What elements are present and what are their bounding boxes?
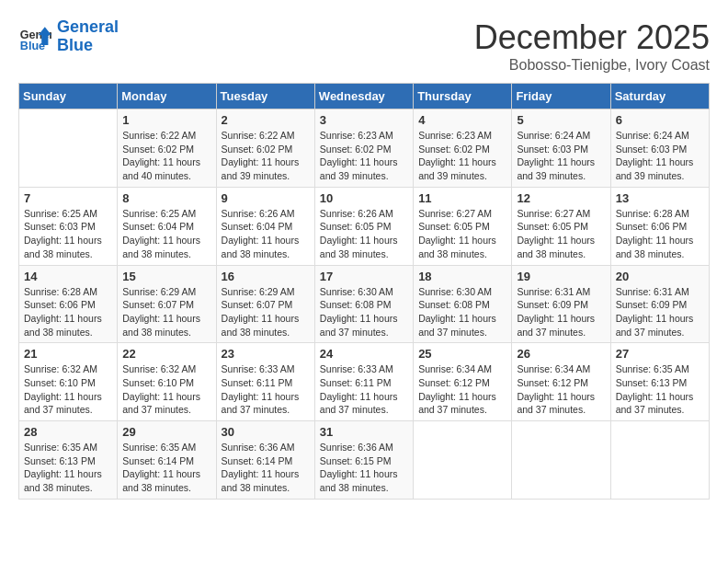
day-number: 17 [320,270,408,283]
day-number: 22 [122,347,210,361]
day-info: Sunrise: 6:35 AM Sunset: 6:13 PM Dayligh… [616,362,704,417]
calendar-cell: 24Sunrise: 6:33 AM Sunset: 6:11 PM Dayli… [314,343,413,421]
weekday-header: Tuesday [216,84,314,109]
calendar-cell: 12Sunrise: 6:27 AM Sunset: 6:05 PM Dayli… [512,187,610,265]
day-info: Sunrise: 6:33 AM Sunset: 6:11 PM Dayligh… [320,362,408,417]
day-info: Sunrise: 6:27 AM Sunset: 6:05 PM Dayligh… [418,207,506,261]
calendar-cell: 17Sunrise: 6:30 AM Sunset: 6:08 PM Dayli… [314,265,413,343]
day-info: Sunrise: 6:24 AM Sunset: 6:03 PM Dayligh… [517,129,605,183]
day-number: 25 [418,347,506,361]
weekday-header: Monday [118,84,216,109]
calendar-cell: 15Sunrise: 6:29 AM Sunset: 6:07 PM Dayli… [118,265,216,343]
calendar-cell: 18Sunrise: 6:30 AM Sunset: 6:08 PM Dayli… [414,265,512,343]
calendar-cell: 3Sunrise: 6:23 AM Sunset: 6:02 PM Daylig… [314,109,413,188]
calendar-cell [512,421,610,500]
calendar-table: SundayMondayTuesdayWednesdayThursdayFrid… [18,83,710,500]
day-number: 19 [517,270,605,283]
day-number: 4 [418,113,506,127]
location-title: Bobosso-Tienigbe, Ivory Coast [474,57,710,74]
day-info: Sunrise: 6:24 AM Sunset: 6:03 PM Dayligh… [616,129,704,183]
calendar-cell [19,109,118,188]
svg-text:Blue: Blue [20,40,45,52]
day-number: 26 [517,347,605,361]
day-info: Sunrise: 6:36 AM Sunset: 6:14 PM Dayligh… [222,441,310,495]
day-info: Sunrise: 6:22 AM Sunset: 6:02 PM Dayligh… [222,129,310,183]
day-number: 29 [122,425,210,439]
day-number: 16 [222,270,310,283]
day-info: Sunrise: 6:31 AM Sunset: 6:09 PM Dayligh… [616,285,704,339]
day-number: 30 [222,425,310,439]
day-info: Sunrise: 6:34 AM Sunset: 6:12 PM Dayligh… [418,362,506,417]
calendar-cell: 28Sunrise: 6:35 AM Sunset: 6:13 PM Dayli… [19,421,118,500]
day-number: 14 [24,270,112,283]
calendar-cell: 11Sunrise: 6:27 AM Sunset: 6:05 PM Dayli… [414,187,512,265]
day-info: Sunrise: 6:26 AM Sunset: 6:04 PM Dayligh… [222,207,310,261]
calendar-cell: 4Sunrise: 6:23 AM Sunset: 6:02 PM Daylig… [414,109,512,188]
day-info: Sunrise: 6:28 AM Sunset: 6:06 PM Dayligh… [616,207,704,261]
day-info: Sunrise: 6:25 AM Sunset: 6:03 PM Dayligh… [24,207,112,261]
calendar-cell: 22Sunrise: 6:32 AM Sunset: 6:10 PM Dayli… [118,343,216,421]
logo-general: General [57,17,119,36]
calendar-cell: 13Sunrise: 6:28 AM Sunset: 6:06 PM Dayli… [610,187,709,265]
calendar-cell: 9Sunrise: 6:26 AM Sunset: 6:04 PM Daylig… [216,187,314,265]
day-number: 6 [616,113,704,127]
day-number: 3 [320,113,408,127]
page-header: General Blue General Blue December 2025 … [18,18,710,74]
day-number: 2 [222,113,310,127]
day-number: 15 [122,270,210,283]
day-info: Sunrise: 6:29 AM Sunset: 6:07 PM Dayligh… [222,285,310,339]
calendar-cell: 20Sunrise: 6:31 AM Sunset: 6:09 PM Dayli… [610,265,709,343]
day-info: Sunrise: 6:36 AM Sunset: 6:15 PM Dayligh… [320,441,408,495]
calendar-cell: 8Sunrise: 6:25 AM Sunset: 6:04 PM Daylig… [118,187,216,265]
calendar-week-row: 7Sunrise: 6:25 AM Sunset: 6:03 PM Daylig… [19,187,710,265]
logo-icon: General Blue [18,20,51,53]
calendar-cell: 27Sunrise: 6:35 AM Sunset: 6:13 PM Dayli… [610,343,709,421]
day-number: 1 [122,113,210,127]
calendar-cell: 7Sunrise: 6:25 AM Sunset: 6:03 PM Daylig… [19,187,118,265]
day-info: Sunrise: 6:23 AM Sunset: 6:02 PM Dayligh… [320,129,408,183]
day-number: 24 [320,347,408,361]
logo: General Blue General Blue [18,18,119,55]
weekday-header-row: SundayMondayTuesdayWednesdayThursdayFrid… [19,84,710,109]
calendar-cell: 1Sunrise: 6:22 AM Sunset: 6:02 PM Daylig… [118,109,216,188]
calendar-cell: 21Sunrise: 6:32 AM Sunset: 6:10 PM Dayli… [19,343,118,421]
day-number: 20 [616,270,704,283]
title-area: December 2025 Bobosso-Tienigbe, Ivory Co… [474,18,710,74]
calendar-cell: 19Sunrise: 6:31 AM Sunset: 6:09 PM Dayli… [512,265,610,343]
day-info: Sunrise: 6:27 AM Sunset: 6:05 PM Dayligh… [517,207,605,261]
day-info: Sunrise: 6:32 AM Sunset: 6:10 PM Dayligh… [122,362,210,417]
calendar-cell: 31Sunrise: 6:36 AM Sunset: 6:15 PM Dayli… [314,421,413,500]
calendar-cell: 2Sunrise: 6:22 AM Sunset: 6:02 PM Daylig… [216,109,314,188]
day-info: Sunrise: 6:30 AM Sunset: 6:08 PM Dayligh… [320,285,408,339]
weekday-header: Thursday [414,84,512,109]
day-info: Sunrise: 6:25 AM Sunset: 6:04 PM Dayligh… [122,207,210,261]
day-number: 12 [517,191,605,205]
calendar-week-row: 21Sunrise: 6:32 AM Sunset: 6:10 PM Dayli… [19,343,710,421]
weekday-header: Friday [512,84,610,109]
day-number: 11 [418,191,506,205]
day-number: 13 [616,191,704,205]
day-number: 7 [24,191,112,205]
day-info: Sunrise: 6:33 AM Sunset: 6:11 PM Dayligh… [222,362,310,417]
day-info: Sunrise: 6:35 AM Sunset: 6:13 PM Dayligh… [24,441,112,495]
day-info: Sunrise: 6:22 AM Sunset: 6:02 PM Dayligh… [122,129,210,183]
day-number: 31 [320,425,408,439]
day-number: 8 [122,191,210,205]
weekday-header: Saturday [610,84,709,109]
logo-blue: Blue [57,36,93,54]
month-title: December 2025 [474,18,710,57]
day-number: 21 [24,347,112,361]
calendar-cell: 23Sunrise: 6:33 AM Sunset: 6:11 PM Dayli… [216,343,314,421]
day-number: 23 [222,347,310,361]
day-number: 9 [222,191,310,205]
day-info: Sunrise: 6:28 AM Sunset: 6:06 PM Dayligh… [24,285,112,339]
calendar-cell: 14Sunrise: 6:28 AM Sunset: 6:06 PM Dayli… [19,265,118,343]
calendar-week-row: 14Sunrise: 6:28 AM Sunset: 6:06 PM Dayli… [19,265,710,343]
calendar-cell: 29Sunrise: 6:35 AM Sunset: 6:14 PM Dayli… [118,421,216,500]
day-info: Sunrise: 6:35 AM Sunset: 6:14 PM Dayligh… [122,441,210,495]
day-info: Sunrise: 6:30 AM Sunset: 6:08 PM Dayligh… [418,285,506,339]
calendar-cell: 25Sunrise: 6:34 AM Sunset: 6:12 PM Dayli… [414,343,512,421]
day-number: 28 [24,425,112,439]
day-number: 5 [517,113,605,127]
day-info: Sunrise: 6:26 AM Sunset: 6:05 PM Dayligh… [320,207,408,261]
